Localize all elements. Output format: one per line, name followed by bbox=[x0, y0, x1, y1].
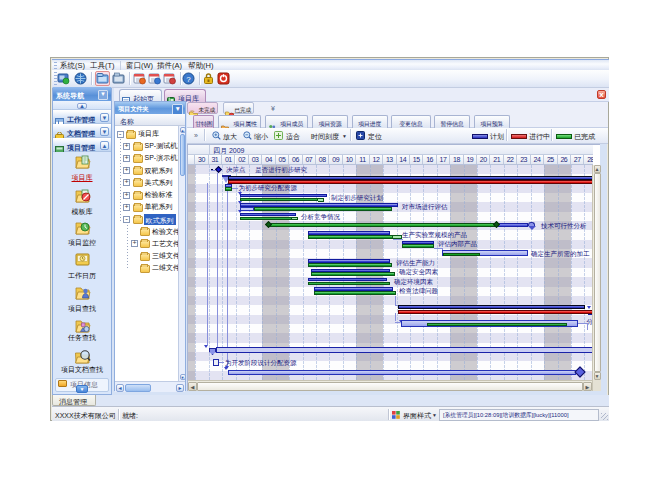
svg-text:?: ? bbox=[187, 75, 192, 84]
